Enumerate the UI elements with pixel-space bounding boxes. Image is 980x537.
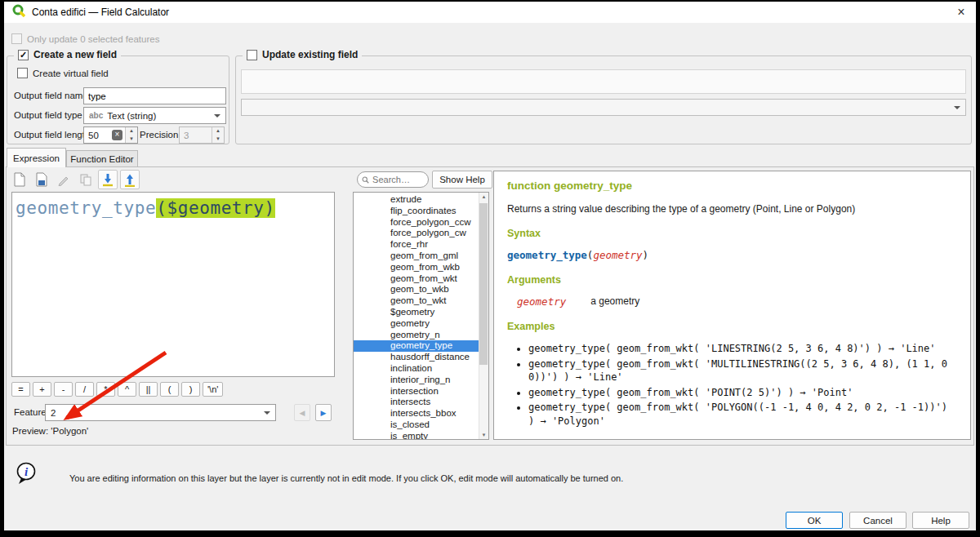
update-existing-field-group: Update existing field (235, 55, 972, 144)
qgis-logo-icon (12, 4, 25, 20)
screen-background: { "colors": { "accent_blue": "#0078d7", … (0, 0, 980, 537)
function-list-item[interactable]: force_rhr (354, 239, 488, 251)
spin-up-icon[interactable]: ▲ (126, 127, 137, 135)
info-icon: i (16, 462, 38, 488)
function-list-item[interactable]: flip_coordinates (354, 206, 488, 217)
save-expression-button[interactable] (32, 170, 51, 189)
operator-multiply-button[interactable]: * (96, 382, 115, 397)
edit-expression-button[interactable] (54, 170, 74, 189)
create-new-field-group: ✓ Create a new field Create virtual fiel… (7, 55, 229, 144)
operator-open-paren-button[interactable]: ( (160, 382, 179, 397)
function-list-item[interactable]: geometry_type (354, 340, 488, 352)
create-virtual-field-label: Create virtual field (33, 69, 109, 78)
check-icon: ✓ (20, 51, 27, 60)
function-list-item[interactable]: is_closed (354, 419, 488, 431)
spinner-arrows[interactable]: ▲ ▼ (212, 127, 224, 143)
update-existing-field-checkbox[interactable]: Update existing field (243, 49, 362, 60)
precision-stepper[interactable]: 3 ▲ ▼ (179, 126, 225, 144)
function-list-item[interactable]: intersection (354, 386, 488, 397)
function-list-item[interactable]: intersects_bbox (354, 408, 488, 419)
output-field-length-stepper[interactable]: 50 × ▲ ▼ (83, 126, 138, 144)
precision-label: Precision (140, 130, 178, 140)
checkbox-box[interactable]: ✓ (18, 50, 29, 60)
function-list-item[interactable]: hausdorff_distance (354, 352, 488, 363)
example-item: geometry_type( geom_from_wkt( 'LINESTRIN… (528, 342, 957, 356)
output-field-type-select[interactable]: abc Text (string) (83, 107, 226, 124)
function-list-item[interactable]: force_polygon_cw (354, 228, 488, 239)
cancel-button[interactable]: Cancel (849, 512, 906, 529)
function-list-item[interactable]: intersects (354, 397, 488, 408)
function-list-item[interactable]: geom_from_wkt (354, 273, 488, 285)
function-list-item[interactable]: geom_to_wkb (354, 284, 488, 295)
argument-row: geometry a geometry (507, 295, 957, 308)
spinner-arrows[interactable]: ▲ ▼ (125, 127, 137, 143)
existing-field-select[interactable] (241, 99, 966, 116)
feature-select[interactable]: 2 (45, 404, 276, 421)
function-list[interactable]: extrude flip_coordinates force_polygon_c… (353, 192, 489, 440)
search-input[interactable] (372, 175, 424, 184)
search-icon (362, 175, 369, 184)
export-expression-button[interactable] (120, 170, 140, 189)
operator-plus-button[interactable]: + (33, 382, 51, 397)
create-virtual-field-checkbox[interactable]: Create virtual field (17, 68, 109, 78)
function-list-item[interactable]: geom_to_wkt (354, 295, 488, 307)
examples-heading: Examples (507, 321, 957, 332)
copy-expression-button[interactable] (76, 170, 96, 189)
new-expression-button[interactable] (10, 170, 29, 189)
function-list-item[interactable]: $geometry (354, 307, 488, 318)
output-field-name-label: Output field name (14, 91, 88, 100)
function-list-item[interactable]: interior_ring_n (354, 375, 488, 386)
scroll-down-icon[interactable]: ▼ (482, 433, 487, 437)
operator-divide-button[interactable]: / (75, 382, 94, 397)
next-feature-button[interactable]: ▶ (315, 404, 332, 421)
function-list-item[interactable]: geom_from_wkb (354, 262, 488, 273)
chevron-down-icon (264, 411, 270, 415)
function-list-item[interactable]: is_empty (354, 431, 488, 440)
only-update-selected-label: Only update 0 selected features (27, 34, 159, 44)
scrollbar-thumb[interactable] (479, 203, 488, 365)
function-search[interactable] (357, 171, 429, 188)
tab-function-editor[interactable]: Function Editor (66, 150, 138, 167)
feature-value: 2 (51, 408, 56, 418)
operator-minus-button[interactable]: - (54, 382, 73, 397)
function-list-item[interactable]: extrude (354, 194, 488, 206)
checkbox-box[interactable] (11, 33, 22, 44)
example-item: geometry_type( geom_from_wkt( 'POINT(2 5… (528, 386, 957, 400)
scroll-up-icon[interactable]: ▲ (482, 194, 487, 199)
output-field-name-value[interactable] (84, 91, 225, 101)
help-button[interactable]: Help (912, 512, 969, 529)
argument-name: geometry (517, 295, 566, 308)
tab-expression[interactable]: Expression (7, 148, 66, 167)
spin-down-icon[interactable]: ▼ (126, 135, 137, 144)
ok-button[interactable]: OK (786, 512, 843, 529)
output-field-name-input[interactable] (83, 87, 226, 104)
checkbox-box[interactable] (17, 68, 28, 78)
function-list-item[interactable]: geometry_n (354, 330, 488, 341)
operator-equal-button[interactable]: = (11, 382, 30, 397)
operator-concat-button[interactable]: || (139, 382, 158, 397)
spin-up-icon[interactable]: ▲ (212, 127, 224, 135)
expression-editor[interactable]: geometry_type($geometry) (11, 192, 335, 377)
import-down-arrow-icon (100, 172, 115, 187)
function-list-item[interactable]: geometry (354, 318, 488, 330)
create-new-field-checkbox[interactable]: ✓ Create a new field (14, 49, 121, 60)
arguments-heading: Arguments (507, 274, 957, 286)
help-description: Returns a string value describing the ty… (507, 203, 957, 215)
show-help-button[interactable]: Show Help (432, 171, 492, 189)
operator-close-paren-button[interactable]: ) (181, 382, 200, 397)
operator-power-button[interactable]: ^ (118, 382, 136, 397)
checkbox-box[interactable] (247, 50, 257, 60)
only-update-selected-checkbox[interactable]: Only update 0 selected features (11, 33, 159, 44)
function-help-panel[interactable]: function geometry_type Returns a string … (493, 171, 971, 440)
output-field-length-value: 50 (84, 131, 112, 140)
operator-newline-button[interactable]: '\n' (203, 382, 223, 397)
function-list-item[interactable]: force_polygon_ccw (354, 217, 488, 229)
previous-feature-button[interactable]: ◀ (294, 404, 310, 421)
clear-value-icon[interactable]: × (112, 130, 122, 140)
function-list-item[interactable]: inclination (354, 363, 488, 375)
spin-down-icon[interactable]: ▼ (212, 135, 224, 144)
function-list-item[interactable]: geom_from_gml (354, 251, 488, 262)
import-expression-button[interactable] (98, 170, 118, 189)
window-title: Conta edifici — Field Calculator (32, 7, 169, 18)
close-icon[interactable]: × (947, 2, 976, 23)
